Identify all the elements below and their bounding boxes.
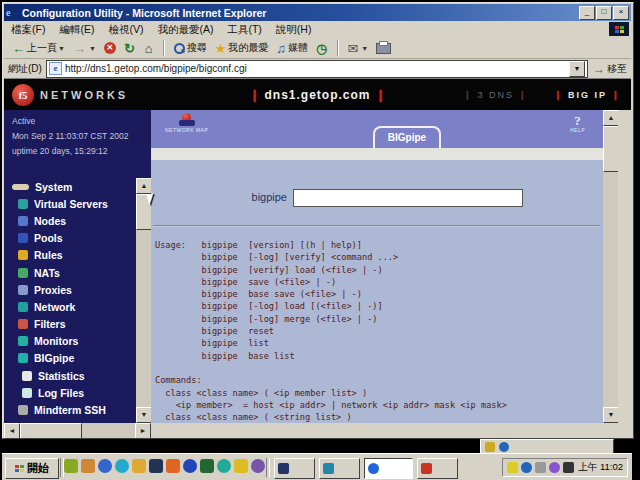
back-dropdown-icon[interactable]: ▼ [58,45,65,52]
quick-launch-icon-10[interactable] [217,459,231,473]
tray-icon-4[interactable] [549,462,560,473]
content-scroll-thumb[interactable] [603,126,619,172]
content-vertical-scrollbar[interactable]: ▲ ▼ [603,110,618,423]
tray-icon-5[interactable] [563,462,574,473]
menu-tools[interactable]: 工具(T) [220,23,268,37]
menu-edit[interactable]: 編輯(E) [52,23,101,37]
address-dropdown-icon[interactable]: ▼ [569,61,585,77]
menu-favorites[interactable]: 我的最愛(A) [150,23,220,37]
bigpipe-command-input[interactable] [293,189,523,207]
page-icon: e [49,62,62,75]
status-datetime: Mon Sep 2 11:03:07 CST 2002 [12,129,128,144]
task-button[interactable] [319,458,360,479]
task-button[interactable] [274,458,315,479]
scroll-down-icon[interactable]: ▼ [136,407,152,423]
quick-launch-icon-4[interactable] [115,459,129,473]
refresh-button[interactable]: ↻ [120,39,141,57]
ie-logo-icon: e [6,7,18,19]
scroll-left-icon[interactable]: ◄ [4,423,20,438]
sidebar-item-proxies[interactable]: Proxies [4,281,151,298]
history-button[interactable]: ◷ [312,39,333,57]
close-button[interactable]: × [613,6,629,20]
network-map-button[interactable]: NETWORK MAP [165,113,208,133]
quick-launch-icon-8[interactable] [183,459,197,473]
nats-icon [18,268,28,278]
sidebar-horizontal-scrollbar[interactable]: ◄ ► [4,423,151,438]
proxies-icon [18,285,28,295]
sidebar-item-network[interactable]: Network [4,298,151,315]
sidebar-item-log-files[interactable]: Log Files [4,384,151,401]
back-button[interactable]: ← 上一頁 ▼ [8,39,69,57]
quick-launch-icon-1[interactable] [64,459,78,473]
media-button[interactable]: ♫ 媒體 [272,39,312,57]
forward-icon: → [73,42,86,55]
language-bar[interactable] [480,439,614,454]
minimize-button[interactable]: _ [579,6,595,20]
quick-launch-icon-9[interactable] [200,459,214,473]
sidebar-vertical-scrollbar[interactable]: ▲ ▼ [136,178,151,423]
quick-launch-icon-6[interactable] [149,459,163,473]
menu-help[interactable]: 說明(H) [269,23,319,37]
maximize-button[interactable]: □ [596,6,612,20]
mindterm-ssh-icon [18,405,28,415]
menu-bar: 檔案(F) 編輯(E) 檢視(V) 我的最愛(A) 工具(T) 說明(H) [4,21,631,39]
quick-launch-icon-7[interactable] [166,459,180,473]
quick-launch [64,459,265,473]
tray-icon-2[interactable] [521,462,532,473]
sidebar-item-statistics[interactable]: Statistics [4,367,151,384]
sidebar-item-nats[interactable]: NATs [4,264,151,281]
tray-icon-1[interactable] [507,462,518,473]
sidebar-item-virtual-servers[interactable]: Virtual Servers [4,195,151,212]
sidebar-item-system[interactable]: System [4,178,151,195]
system-icon [12,184,29,190]
address-field[interactable]: e ▼ [46,60,588,78]
sidebar-item-filters[interactable]: Filters [4,316,151,333]
favorites-button[interactable]: ★ 我的最愛 [211,39,273,57]
mail-dropdown-icon[interactable]: ▼ [361,45,368,52]
globe-icon[interactable] [499,442,509,452]
screen: e Configuration Utility - Microsoft Inte… [0,0,640,480]
quick-launch-icon-3[interactable] [98,459,112,473]
ime-icon[interactable] [485,442,495,452]
forward-button[interactable]: → ▼ [69,39,100,57]
stop-button[interactable]: ✕ [100,39,120,57]
quick-launch-icon-12[interactable] [251,459,265,473]
sidebar-item-pools[interactable]: Pools [4,230,151,247]
sidebar-item-monitors[interactable]: Monitors [4,333,151,350]
home-button[interactable]: ⌂ [141,39,159,57]
help-button[interactable]: ? HELP [570,114,585,133]
forward-dropdown-icon[interactable]: ▼ [89,45,96,52]
tray-icon-3[interactable] [535,462,546,473]
header-divider-strip [151,148,603,160]
product-bigip[interactable]: ❙ BIG IP ❙ [554,90,621,100]
print-button[interactable] [372,39,397,57]
title-bar[interactable]: e Configuration Utility - Microsoft Inte… [4,4,631,21]
scroll-up-icon[interactable]: ▲ [136,178,152,194]
task-button[interactable] [417,458,458,479]
search-button[interactable]: 搜尋 [169,39,211,57]
task-button-active[interactable] [364,458,413,479]
product-3dns[interactable]: ❙ 3 DNS ❙ [463,90,528,100]
scroll-down-icon[interactable]: ▼ [603,407,619,423]
sidebar-hscroll-thumb[interactable] [20,423,82,438]
task-icon [368,463,379,474]
tab-bigpipe[interactable]: BIGpipe [373,126,441,150]
clock[interactable]: 上午 11:02 [578,461,623,474]
scroll-right-icon[interactable]: ► [135,423,151,438]
go-button[interactable]: → 移至 [593,62,627,76]
sidebar-item-rules[interactable]: Rules [4,247,151,264]
scroll-up-icon[interactable]: ▲ [603,110,619,126]
address-input[interactable] [65,63,569,74]
quick-launch-icon-11[interactable] [234,459,248,473]
mail-button[interactable]: ✉ ▼ [343,39,372,57]
menu-view[interactable]: 檢視(V) [101,23,150,37]
sidebar-item-mindterm-ssh[interactable]: Mindterm SSH [4,401,151,418]
refresh-icon: ↻ [124,42,135,55]
quick-launch-icon-5[interactable] [132,459,146,473]
task-icon [323,463,334,474]
sidebar-item-bigpipe[interactable]: BIGpipe [4,350,151,367]
sidebar-item-nodes[interactable]: Nodes [4,212,151,229]
quick-launch-icon-2[interactable] [81,459,95,473]
menu-file[interactable]: 檔案(F) [4,23,52,37]
start-button[interactable]: 開始 [5,458,59,479]
